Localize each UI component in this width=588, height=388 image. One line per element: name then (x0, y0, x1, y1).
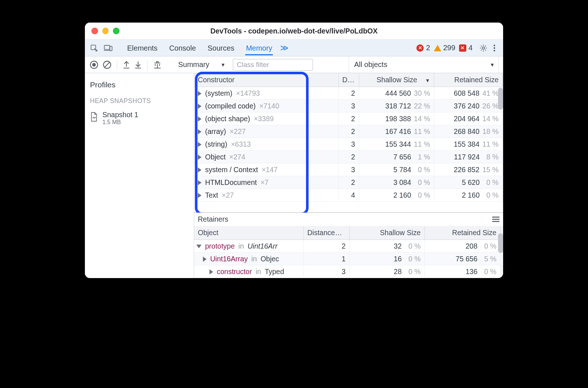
close-window-button[interactable] (91, 28, 98, 34)
errors-badge[interactable]: ✕ 2 (416, 44, 430, 52)
import-icon[interactable] (134, 60, 142, 69)
scope-label: All objects (354, 60, 387, 69)
table-row[interactable]: HTMLDocument ×723 0840 %5 6200 % (194, 176, 503, 189)
constructor-name: (compiled code) (205, 102, 256, 110)
disclosure-triangle-icon[interactable] (198, 91, 201, 96)
rcol-object[interactable]: Object (194, 226, 303, 240)
chevron-down-icon: ▼ (220, 62, 226, 68)
scrollbar-thumb[interactable] (498, 88, 503, 110)
svg-line-10 (105, 62, 110, 67)
retainer-row[interactable]: prototype in Uint16Arr2320 %2080 % (194, 240, 503, 253)
retainer-row[interactable]: Uint16Array in Objec1160 %75 6565 % (194, 253, 503, 265)
minimize-window-button[interactable] (102, 28, 109, 34)
window-title: DevTools - codepen.io/web-dot-dev/live/P… (85, 27, 503, 35)
retained-pct: 41 % (482, 89, 498, 98)
clear-icon[interactable] (102, 60, 112, 70)
tab-memory[interactable]: Memory (245, 40, 273, 55)
retainer-prop: prototype (205, 242, 235, 250)
shallow-pct: 1 % (414, 153, 430, 161)
titlebar: DevTools - codepen.io/web-dot-dev/live/P… (85, 23, 503, 40)
shallow-pct: 30 % (414, 89, 430, 98)
tab-console[interactable]: Console (168, 40, 196, 55)
svg-point-3 (482, 47, 485, 49)
shallow-size: 318 712 (385, 102, 411, 110)
disclosure-triangle-icon[interactable] (198, 167, 201, 173)
disclosure-triangle-icon[interactable] (198, 104, 201, 109)
distance-cell: 2 (338, 176, 359, 189)
snapshot-item[interactable]: Snapshot 1 1.5 MB (85, 108, 194, 128)
rcol-retained[interactable]: Retained Size (424, 226, 500, 240)
table-row[interactable]: (compiled code) ×71403318 71222 %376 240… (194, 100, 503, 112)
table-row[interactable]: (array) ×2272167 41611 %268 84018 % (194, 125, 503, 138)
svg-point-8 (92, 63, 96, 67)
col-distance[interactable]: Di… (338, 73, 359, 87)
constructor-count: ×3389 (254, 115, 274, 123)
disclosure-triangle-icon[interactable] (198, 142, 201, 147)
warnings-badge[interactable]: 299 (434, 44, 455, 52)
scrollbar-thumb[interactable] (498, 233, 503, 253)
shallow-pct: 0 % (414, 178, 430, 187)
retained-pct: 5 % (481, 255, 497, 263)
device-mode-icon[interactable] (104, 44, 113, 52)
constructor-count: ×6313 (231, 140, 251, 149)
disclosure-triangle-icon[interactable] (198, 193, 201, 198)
table-row[interactable]: (system) ×147932444 56030 %608 54841 % (194, 87, 503, 100)
shallow-pct: 0 % (405, 255, 421, 263)
shallow-pct: 0 % (405, 268, 421, 276)
table-row[interactable]: Object ×27427 6561 %117 9248 % (194, 151, 503, 163)
retained-pct: 0 % (483, 178, 499, 187)
shallow-size: 16 (394, 255, 402, 263)
errors-count: 2 (426, 44, 430, 52)
issues-badge[interactable]: ✕ 4 (459, 44, 473, 52)
retainers-pane: Retainers Object Distance▲ Shallow Size (194, 213, 503, 278)
shallow-pct: 0 % (414, 166, 430, 174)
rcol-shallow[interactable]: Shallow Size (349, 226, 424, 240)
shallow-size: 167 416 (385, 127, 411, 136)
retained-pct: 8 % (483, 153, 499, 161)
disclosure-triangle-icon[interactable] (196, 245, 201, 248)
shallow-size: 3 084 (393, 178, 411, 187)
kebab-menu-icon[interactable] (491, 44, 498, 52)
retainer-row[interactable]: constructor in Typed3280 %1360 % (194, 265, 503, 278)
col-constructor[interactable]: Constructor (194, 73, 338, 87)
perspective-select[interactable]: Summary ▼ (175, 60, 229, 70)
table-row[interactable]: (object shape) ×33892198 38814 %204 9641… (194, 112, 503, 125)
shallow-size: 32 (394, 242, 402, 250)
disclosure-triangle-icon[interactable] (209, 269, 213, 274)
distance-cell: 2 (338, 87, 359, 100)
retained-pct: 0 % (481, 268, 497, 276)
settings-icon[interactable] (479, 44, 488, 52)
panel-tabs: Elements Console Sources Memory (126, 40, 273, 55)
retainers-menu-icon[interactable] (492, 217, 499, 222)
scope-select[interactable]: All objects ▼ (349, 56, 499, 73)
class-filter-input[interactable] (233, 59, 313, 71)
retained-size: 376 240 (454, 102, 480, 110)
disclosure-triangle-icon[interactable] (198, 129, 201, 134)
shallow-pct: 11 % (414, 127, 430, 136)
export-icon[interactable] (122, 60, 130, 69)
table-row[interactable]: (string) ×63133155 34411 %155 38411 % (194, 138, 503, 151)
table-row[interactable]: system / Context ×14735 7840 %226 85215 … (194, 163, 503, 176)
disclosure-triangle-icon[interactable] (203, 257, 207, 262)
table-row[interactable]: Text ×2742 1600 %2 1600 % (194, 189, 503, 202)
disclosure-triangle-icon[interactable] (198, 180, 201, 185)
tab-sources[interactable]: Sources (207, 40, 235, 55)
col-shallow[interactable]: Shallow Size ▼ (359, 73, 434, 87)
col-retained[interactable]: Retained Size (434, 73, 502, 87)
inspect-icon[interactable] (90, 44, 98, 52)
retained-size: 268 840 (454, 127, 480, 136)
retainer-prop: Uint16Array (210, 255, 248, 263)
zoom-window-button[interactable] (113, 28, 119, 34)
constructor-name: Text (205, 191, 218, 199)
tab-elements[interactable]: Elements (126, 40, 158, 55)
retained-size: 75 656 (456, 255, 478, 263)
disclosure-triangle-icon[interactable] (198, 155, 201, 160)
retainer-type: Uint16Arr (248, 242, 278, 250)
gc-icon[interactable] (153, 60, 162, 70)
record-icon[interactable] (89, 60, 99, 70)
shallow-pct: 0 % (405, 242, 421, 250)
disclosure-triangle-icon[interactable] (198, 116, 201, 122)
more-tabs-button[interactable]: ≫ (280, 43, 289, 53)
rcol-distance[interactable]: Distance▲ (303, 226, 349, 240)
retained-pct: 18 % (482, 127, 498, 136)
